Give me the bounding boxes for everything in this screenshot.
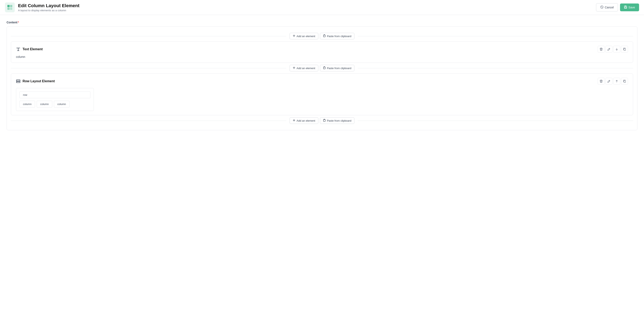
svg-rect-17 (624, 81, 626, 83)
svg-line-5 (601, 7, 602, 8)
paste-from-clipboard-button-top[interactable]: Paste from clipboard (320, 33, 354, 39)
separator-buttons-middle: Add an element Paste from clipboard (290, 65, 354, 71)
content-area: Content* Add an element (0, 15, 644, 136)
svg-rect-3 (10, 8, 12, 10)
save-button[interactable]: Save (620, 4, 639, 11)
content-label: Content* (6, 21, 638, 24)
row-layout-element-card: Row Layout Element (11, 73, 633, 115)
trash-icon (600, 48, 603, 51)
row-preview-col-1: column (20, 101, 35, 108)
trash-icon-row (600, 80, 603, 83)
separator-buttons-top: Add an element Paste from clipboard (290, 33, 354, 39)
cancel-button[interactable]: Cancel (596, 3, 618, 12)
row-preview-single: row (20, 92, 90, 98)
text-element-title: Text Element (16, 47, 43, 52)
row-layout-preview: row column column column (16, 88, 94, 111)
arrow-down-icon (615, 48, 618, 51)
copy-row-element-button[interactable] (621, 78, 628, 85)
text-element-header: Text Element (16, 46, 628, 53)
arrow-up-icon (615, 80, 618, 83)
svg-rect-7 (625, 7, 626, 8)
row-element-actions (598, 78, 628, 85)
text-icon (16, 47, 20, 52)
separator-line-mid-right (358, 68, 633, 68)
row-preview-col-3: column (54, 101, 70, 108)
separator-middle: Add an element Paste from clipboard (11, 65, 633, 71)
svg-rect-20 (324, 120, 325, 121)
svg-rect-2 (8, 8, 10, 10)
separator-buttons-bottom: Add an element Paste from clipboard (290, 117, 354, 124)
add-element-button-bottom[interactable]: Add an element (290, 117, 318, 124)
svg-rect-15 (16, 80, 20, 81)
clipboard-icon-middle (323, 67, 326, 70)
header-title-block: Edit Column Layout Element A layout to d… (18, 3, 596, 12)
copy-text-element-button[interactable] (621, 46, 628, 53)
row-layout-icon (16, 79, 20, 84)
svg-rect-16 (16, 81, 20, 83)
svg-rect-0 (8, 5, 10, 7)
svg-rect-10 (324, 35, 325, 37)
required-indicator: * (18, 21, 19, 24)
separator-line-bot-left (11, 121, 286, 121)
row-preview-columns: column column column (20, 101, 90, 108)
plus-icon-middle (293, 67, 295, 70)
clipboard-icon-top (323, 35, 326, 38)
text-element-card: Text Element (11, 42, 633, 63)
svg-rect-14 (324, 67, 325, 69)
page-subtitle: A layout to display elements as a column (18, 9, 596, 12)
separator-line-left (11, 36, 286, 36)
text-element-actions (598, 46, 628, 53)
cancel-icon (600, 6, 604, 9)
add-element-button-top[interactable]: Add an element (290, 33, 318, 39)
svg-rect-11 (624, 49, 626, 51)
move-down-text-element-button[interactable] (613, 46, 620, 53)
separator-bottom: Add an element Paste from clipboard (11, 117, 633, 124)
move-up-row-element-button[interactable] (613, 78, 620, 85)
app-logo (5, 3, 15, 12)
separator-line-bot-right (358, 121, 633, 121)
plus-icon (293, 35, 295, 38)
header: Edit Column Layout Element A layout to d… (0, 0, 644, 15)
text-element-content: column (16, 55, 628, 59)
pencil-icon (607, 48, 610, 51)
plus-icon-bottom (293, 119, 295, 122)
row-preview-col-2: column (37, 101, 52, 108)
separator-top: Add an element Paste from clipboard (11, 33, 633, 39)
delete-text-element-button[interactable] (598, 46, 605, 53)
delete-row-element-button[interactable] (598, 78, 605, 85)
edit-row-element-button[interactable] (606, 78, 612, 85)
copy-icon-row (623, 80, 626, 83)
edit-text-element-button[interactable] (606, 46, 612, 53)
header-actions: Cancel Save (596, 3, 639, 12)
save-icon (624, 6, 627, 9)
clipboard-icon-bottom (323, 119, 326, 122)
svg-rect-1 (10, 5, 12, 7)
separator-line-right (358, 36, 633, 36)
editor-container: Add an element Paste from clipboard (6, 27, 638, 130)
row-element-title: Row Layout Element (16, 79, 55, 84)
row-element-header: Row Layout Element (16, 78, 628, 85)
copy-icon (623, 48, 626, 51)
paste-from-clipboard-button-middle[interactable]: Paste from clipboard (320, 65, 354, 71)
add-element-button-middle[interactable]: Add an element (290, 65, 318, 71)
pencil-icon-row (607, 80, 610, 83)
page-title: Edit Column Layout Element (18, 3, 596, 9)
svg-rect-6 (625, 6, 626, 7)
separator-line-mid-left (11, 68, 286, 68)
paste-from-clipboard-button-bottom[interactable]: Paste from clipboard (320, 117, 354, 124)
